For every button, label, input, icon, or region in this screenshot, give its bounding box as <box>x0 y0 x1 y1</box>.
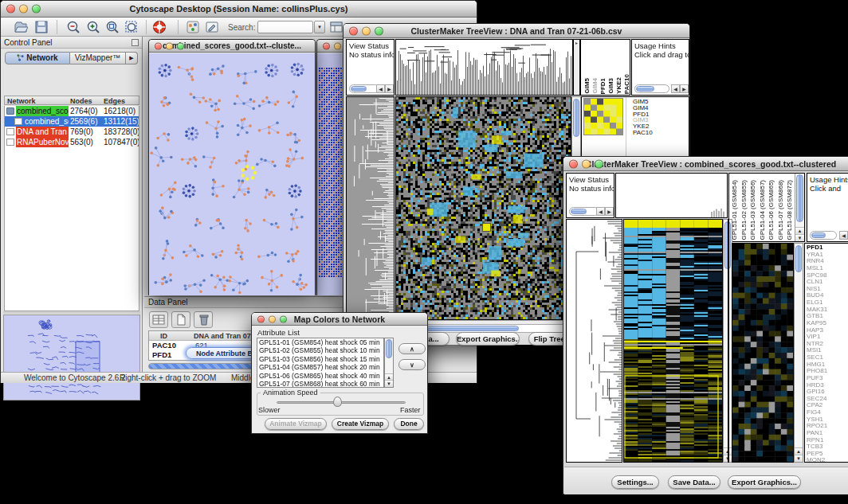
tv1-column-label[interactable]: GIM5 <box>583 78 591 94</box>
tv1-usage-scrollbar[interactable]: ◀▶ <box>634 84 689 93</box>
attribute-item[interactable]: GPL51-07 (GSM868) heat shock 60 min <box>257 380 383 388</box>
tv1-status-scrollbar[interactable]: ◀▶ <box>349 84 394 93</box>
tab-network[interactable]: Network <box>5 52 70 64</box>
attribute-item[interactable]: GPL51-03 (GSM856) heat shock 15 min <box>257 355 383 363</box>
annotation-icon[interactable] <box>205 20 219 34</box>
panel-splitter[interactable] <box>3 311 140 314</box>
zoom-fit-icon[interactable] <box>124 20 139 34</box>
search-dropdown-arrow[interactable]: ▼ <box>314 21 325 33</box>
tv1-column-label[interactable]: PAC10 <box>623 74 630 94</box>
tv2-column-dendrogram[interactable] <box>615 173 728 218</box>
close-button[interactable] <box>257 315 265 322</box>
tv1-column-label[interactable]: PFD1 <box>599 78 607 94</box>
tv2-column-label[interactable]: GPL51-07 (GSM868) <box>777 180 787 240</box>
network-nodes-count: 2764(0) <box>70 106 97 116</box>
tab-overflow-arrow[interactable]: ▶ <box>126 52 138 64</box>
treeview1-titlebar[interactable]: ClusterMaker TreeView : DNA and Tran 07-… <box>344 24 689 38</box>
minimize-button[interactable] <box>166 42 173 49</box>
close-button[interactable] <box>569 159 578 168</box>
tv2-column-label[interactable]: GPL51-04 (GSM857) <box>759 180 768 240</box>
treeview2-titlebar[interactable]: ClusterMaker TreeView : combined_scores_… <box>563 157 848 171</box>
export-graphics-button[interactable]: Export Graphics... <box>456 332 520 346</box>
network2-canvas[interactable] <box>317 53 343 295</box>
open-file-icon[interactable] <box>14 20 28 34</box>
tv1-dendro-scroll-strip[interactable]: ▸ <box>573 39 580 96</box>
close-button[interactable] <box>6 5 15 14</box>
import-table-icon[interactable] <box>329 20 344 34</box>
minimize-button[interactable] <box>19 5 28 14</box>
tv1-row-label[interactable]: PAC10 <box>633 130 653 136</box>
control-panel: Control Panel Network VizMapper™ ▶ Netwo… <box>1 37 143 373</box>
animate-vizmap-button: Animate Vizmap <box>265 418 327 430</box>
delete-attribute-icon[interactable] <box>194 311 213 328</box>
tv2-row-dendrogram[interactable] <box>566 219 622 463</box>
zoom-button[interactable] <box>595 159 603 168</box>
network-table-row[interactable]: combined_scores2764(0)16218(0) <box>5 106 139 116</box>
attribute-item[interactable]: GPL51-02 (GSM855) heat shock 10 min <box>257 346 383 354</box>
tv2-usage-scrollbar[interactable]: ◀▶ <box>810 231 848 240</box>
tv2-column-label[interactable]: GPL51-02 (GSM855) <box>740 180 750 240</box>
tv1-column-dendrogram[interactable] <box>395 39 573 96</box>
birdseye-view[interactable] <box>3 315 140 400</box>
create-vizmap-button[interactable]: Create Vizmap <box>332 418 389 430</box>
tv2-column-label[interactable]: GPL51-08 (GSM872) <box>786 180 795 240</box>
zoom-button[interactable] <box>280 315 287 322</box>
network-table-row[interactable]: combined_sco2569(6)13112(15) <box>5 116 139 127</box>
zoom-out-icon[interactable] <box>66 20 80 34</box>
tab-vizmapper[interactable]: VizMapper™ <box>70 52 126 64</box>
attribute-table-icon[interactable] <box>149 311 168 328</box>
close-button[interactable] <box>323 42 330 49</box>
network2-titlebar[interactable] <box>317 40 343 53</box>
attribute-item[interactable]: GPL51-06 (GSM865) heat shock 40 min <box>257 372 383 380</box>
plugin-manager-icon[interactable] <box>186 20 200 34</box>
minimize-button[interactable] <box>582 159 591 168</box>
doc-icon <box>14 118 22 125</box>
move-down-button[interactable]: ∨ <box>398 359 426 370</box>
network1-titlebar[interactable]: combined_scores_good.txt--cluste... <box>149 40 315 53</box>
tv2-status-scrollbar[interactable]: ◀▶ <box>569 207 614 216</box>
settings-button[interactable]: Settings... <box>611 475 659 489</box>
tv2-column-label[interactable]: GPL51-03 (GSM856) <box>749 180 759 240</box>
network-table-row[interactable]: DNA and Tran 07769(0)183728(0) <box>5 127 139 137</box>
tv1-mini-heatmap[interactable] <box>583 98 623 135</box>
network1-canvas[interactable] <box>149 53 315 295</box>
zoom-in-icon[interactable] <box>86 20 100 34</box>
tv2-column-label[interactable]: GPL51-06 (GSM865) <box>768 180 777 240</box>
network-table-row[interactable]: RNAPuberNov2+563(0)107847(0) <box>5 137 139 147</box>
attribute-list[interactable]: GPL51-01 (GSM854) heat shock 05 minGPL51… <box>257 338 384 388</box>
tv1-column-label[interactable]: GIM4 <box>591 78 599 94</box>
float-panel-icon[interactable] <box>132 39 139 46</box>
save-data-button[interactable]: Save Data... <box>668 475 720 489</box>
main-titlebar[interactable]: Cytoscape Desktop (Session Name: collins… <box>1 1 477 18</box>
save-session-icon[interactable] <box>34 20 49 34</box>
dialog-titlebar[interactable]: Map Colors to Network <box>252 313 427 326</box>
tv2-heatmap[interactable] <box>623 219 723 463</box>
zoom-selected-icon[interactable] <box>105 20 120 34</box>
tv2-labels-vscrollbar[interactable]: ▲▼ <box>795 174 804 241</box>
tv1-column-label[interactable]: GIM3 <box>607 78 615 94</box>
close-button[interactable] <box>349 26 358 35</box>
attribute-item[interactable]: GPL51-01 (GSM854) heat shock 05 min <box>257 338 383 346</box>
minimize-button[interactable] <box>362 26 371 35</box>
minimize-button[interactable] <box>334 42 341 49</box>
tv2-zoom-heatmap[interactable] <box>732 243 794 463</box>
zoom-button[interactable] <box>32 5 41 14</box>
move-up-button[interactable]: ∧ <box>398 343 426 354</box>
tv1-heatmap[interactable] <box>395 96 571 320</box>
minimize-button[interactable] <box>269 315 276 322</box>
close-button[interactable] <box>155 42 162 49</box>
zoom-button[interactable] <box>375 26 383 35</box>
search-input[interactable] <box>257 21 313 33</box>
export-graphics-button[interactable]: Export Graphics... <box>728 475 801 489</box>
help-lifering-icon[interactable] <box>152 20 167 34</box>
tv2-zoom-vscrollbar[interactable]: ▲▼ <box>794 243 803 463</box>
attribute-item[interactable]: GPL51-04 (GSM857) heat shock 20 min <box>257 363 383 371</box>
new-attribute-icon[interactable] <box>171 311 190 328</box>
tv1-row-dendrogram[interactable] <box>346 96 395 320</box>
done-button[interactable]: Done <box>394 418 424 430</box>
attribute-list-scrollbar[interactable]: ▲▼ <box>384 338 394 388</box>
tv1-column-label[interactable]: YKE2 <box>615 77 623 94</box>
gene-label[interactable]: MON2 <box>807 457 827 463</box>
slider-thumb[interactable] <box>333 397 342 407</box>
zoom-button[interactable] <box>177 42 184 49</box>
